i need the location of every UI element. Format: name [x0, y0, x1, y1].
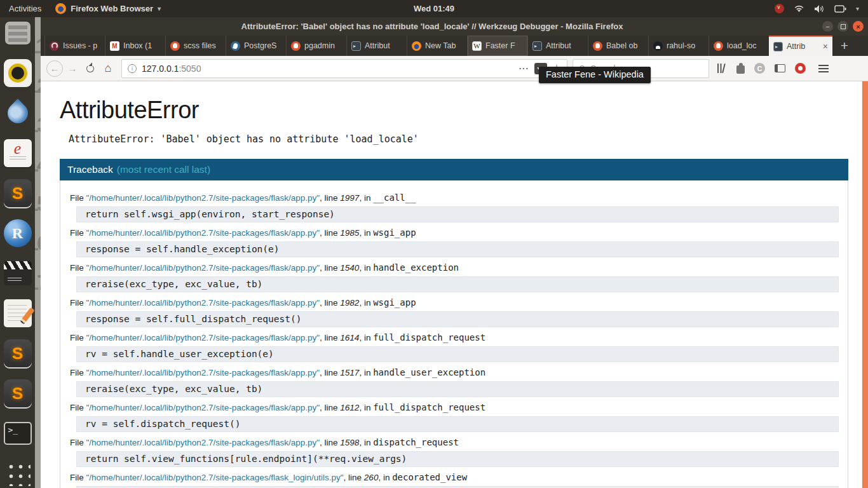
file-path-link[interactable]: "/home/hunter/.local/lib/python2.7/site-…: [86, 263, 320, 273]
close-button[interactable]: ×: [853, 21, 864, 32]
dock-app-icon: >_: [4, 422, 32, 445]
tab-favicon: [472, 41, 482, 51]
system-top-bar: Activities Firefox Web Browser ▾ Wed 01:…: [0, 0, 868, 17]
tab-favicon: [351, 41, 361, 51]
forward-button[interactable]: →: [64, 60, 81, 78]
tab-favicon: [110, 41, 119, 51]
window-titlebar[interactable]: AttributeError: 'Babel' object has no at…: [41, 17, 868, 36]
tab-label: Babel ob: [606, 41, 644, 50]
back-button[interactable]: ←: [46, 60, 64, 78]
traceback-frame: File "/home/hunter/.local/lib/python2.7/…: [70, 367, 839, 397]
dock-item[interactable]: [3, 259, 32, 288]
c-extension-icon[interactable]: C: [754, 63, 765, 74]
source-code-line[interactable]: response = self.handle_exception(e): [76, 241, 839, 257]
error-message: AttributeError: 'Babel' object has no at…: [69, 133, 868, 145]
chevron-down-icon: ▾: [856, 5, 859, 12]
dock-item[interactable]: S: [3, 179, 32, 208]
alarm-clock-icon: [775, 4, 784, 13]
file-path-link[interactable]: "/home/hunter/.local/lib/python2.7/site-…: [86, 403, 320, 412]
wallpaper-digit: 15: [35, 193, 41, 214]
source-code-line[interactable]: return self.view_functions[rule.endpoint…: [76, 451, 839, 467]
file-path-link[interactable]: "/home/hunter/.local/lib/python2.7/site-…: [86, 228, 320, 238]
source-code-line[interactable]: rv = self.dispatch_request(): [76, 416, 839, 432]
traceback-frame: File "/home/hunter/.local/lib/python2.7/…: [70, 402, 839, 432]
reload-button[interactable]: [81, 60, 99, 78]
url-bar[interactable]: i 127.0.0.1:5050 ⋯ ☆: [121, 59, 567, 78]
url-port: :5050: [179, 64, 201, 74]
source-code-line[interactable]: return self.wsgi_app(environ, start_resp…: [76, 207, 839, 222]
app-menu[interactable]: Firefox Web Browser ▾: [55, 3, 161, 14]
dock-item[interactable]: R: [3, 219, 32, 248]
dock-item[interactable]: [3, 459, 32, 488]
dock-app-icon: S: [4, 339, 32, 367]
url-host: 127.0.0.1: [142, 64, 179, 74]
tab-label: rahul-so: [667, 41, 704, 50]
wallpaper-strip: 11121314151617: [35, 17, 41, 488]
scrollbar-thumb[interactable]: [862, 81, 868, 488]
tab-favicon: [50, 41, 59, 51]
navigation-toolbar: ← → ⌂ i 127.0.0.1:5050 ⋯ ☆ Search C: [41, 56, 868, 81]
function-name: decorated_view: [392, 472, 467, 482]
page-actions-icon[interactable]: ⋯: [519, 62, 529, 74]
traceback-frame: File "/home/hunter/.local/lib/python2.7/…: [70, 472, 839, 488]
traceback-header: Traceback (most recent call last): [60, 159, 848, 180]
file-path-link[interactable]: "/home/hunter/.local/lib/python2.7/site-…: [86, 438, 320, 447]
extension-puzzle-icon[interactable]: [736, 65, 745, 74]
tab-close-icon[interactable]: ×: [823, 41, 828, 51]
browser-tab[interactable]: Inbox (1: [105, 36, 165, 56]
file-path-link[interactable]: "/home/hunter/.local/lib/python2.7/site-…: [86, 368, 320, 377]
dock-item[interactable]: S: [3, 339, 32, 368]
tab-label: pgadmin: [304, 41, 342, 50]
ublock-icon[interactable]: [795, 63, 806, 74]
browser-tab[interactable]: Faster F: [467, 36, 527, 56]
line-number: 1598: [340, 438, 359, 447]
page-content: AttributeError AttributeError: 'Babel' o…: [41, 81, 868, 488]
browser-tab[interactable]: New Tab: [407, 36, 467, 56]
dock-item[interactable]: >_: [3, 419, 32, 448]
wallpaper-digit: 11: [35, 35, 41, 57]
page-title: AttributeError: [60, 97, 868, 124]
file-path-link[interactable]: "/home/hunter/.local/lib/python2.7/site-…: [86, 298, 320, 308]
browser-tab[interactable]: Attribut: [527, 36, 588, 56]
home-button[interactable]: ⌂: [99, 60, 117, 78]
hamburger-menu-icon[interactable]: [818, 65, 829, 72]
source-code-line[interactable]: reraise(exc_type, exc_value, tb): [76, 276, 839, 292]
dock-item[interactable]: [3, 98, 32, 128]
tab-favicon: [714, 41, 723, 51]
dock-item[interactable]: [3, 18, 32, 48]
back-arrow-icon: ←: [46, 60, 63, 77]
maximize-button[interactable]: [837, 21, 848, 32]
browser-tab[interactable]: Babel ob: [588, 36, 648, 56]
browser-tab[interactable]: scss files: [165, 36, 226, 56]
site-info-icon[interactable]: i: [128, 64, 137, 73]
source-code-line[interactable]: reraise(exc_type, exc_value, tb): [76, 381, 839, 397]
activities-button[interactable]: Activities: [9, 4, 41, 13]
function-name: wsgi_app: [373, 227, 416, 238]
url-text[interactable]: 127.0.0.1:5050: [142, 64, 201, 74]
dock-app-icon: [5, 461, 31, 486]
minimize-button[interactable]: −: [822, 21, 833, 32]
scrollbar[interactable]: [862, 81, 868, 488]
dock-item[interactable]: [3, 299, 32, 328]
browser-tab[interactable]: Attribut: [346, 36, 407, 56]
source-code-line[interactable]: rv = self.handle_user_exception(e): [76, 346, 839, 362]
system-tray[interactable]: ▾: [775, 4, 859, 13]
dock-item[interactable]: e: [3, 139, 32, 168]
clock[interactable]: Wed 01:49: [414, 4, 454, 13]
browser-tab[interactable]: Issues - p: [44, 36, 105, 56]
file-path-link[interactable]: "/home/hunter/.local/lib/python2.7/site-…: [86, 193, 320, 203]
source-code-line[interactable]: response = self.full_dispatch_request(): [76, 311, 839, 327]
browser-tab[interactable]: Attrib ×: [769, 36, 832, 56]
dock-item[interactable]: S: [3, 379, 32, 408]
file-path-link[interactable]: "/home/hunter/.local/lib/python2.7/site-…: [86, 473, 344, 482]
browser-tab[interactable]: pgadmin: [286, 36, 346, 56]
file-path-link[interactable]: "/home/hunter/.local/lib/python2.7/site-…: [86, 333, 320, 342]
browser-tab[interactable]: PostgreS: [226, 36, 286, 56]
browser-tab[interactable]: rahul-so: [648, 36, 709, 56]
line-number: 1612: [340, 403, 359, 412]
browser-tab[interactable]: load_loc: [709, 36, 769, 56]
sidebar-toggle-icon[interactable]: [775, 64, 785, 72]
new-tab-button[interactable]: +: [832, 36, 857, 56]
dock-item[interactable]: [3, 58, 32, 88]
library-icon[interactable]: [717, 64, 727, 73]
